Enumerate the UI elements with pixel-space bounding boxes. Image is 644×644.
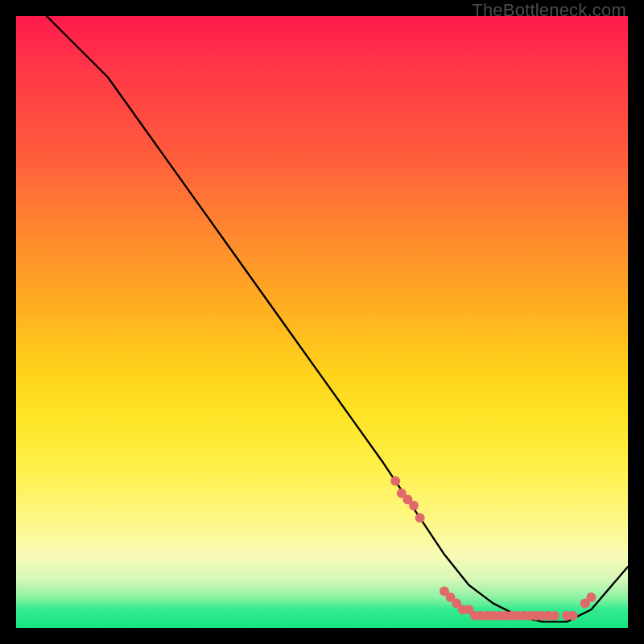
marker-dot	[586, 592, 596, 602]
chart-stage: TheBottleneck.com	[0, 0, 644, 644]
marker-dot	[390, 477, 400, 486]
marker-dot	[568, 611, 578, 621]
marker-group	[390, 477, 596, 621]
curve-path	[47, 16, 628, 621]
marker-dot	[415, 513, 425, 522]
marker-dot	[550, 611, 559, 621]
plot-area	[16, 16, 628, 628]
marker-dot	[409, 501, 419, 510]
chart-svg	[16, 16, 628, 628]
